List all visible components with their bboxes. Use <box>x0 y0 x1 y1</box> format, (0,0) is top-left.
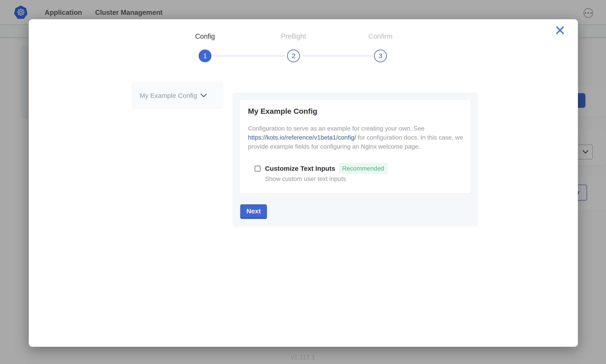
close-icon <box>556 26 564 34</box>
checkbox-label[interactable]: Customize Text Inputs <box>265 165 335 172</box>
config-wizard-modal: Config Preflight Confirm 1 2 3 My Exampl… <box>29 19 578 347</box>
customize-text-inputs-row: Customize Text Inputs Recommended <box>248 163 462 174</box>
step-label-preflight: Preflight <box>281 32 306 40</box>
step-circle-2[interactable]: 2 <box>287 50 300 62</box>
config-doc-link[interactable]: https://kots.io/reference/v1beta1/config… <box>248 134 356 141</box>
step-label-config: Config <box>195 32 215 40</box>
config-group-dropdown-label: My Example Config <box>139 92 197 99</box>
config-group-title: My Example Config <box>248 107 462 116</box>
step-circle-1[interactable]: 1 <box>199 50 211 62</box>
stepper-connector <box>302 55 373 57</box>
screen: ☸ Application Cluster Management 0 y v1.… <box>0 0 606 364</box>
config-group-description: Configuration to serve as an example for… <box>248 124 467 151</box>
config-panel: My Example Config Configuration to serve… <box>233 92 478 227</box>
next-button[interactable]: Next <box>240 204 267 219</box>
stepper-connector <box>213 55 286 57</box>
recommended-badge: Recommended <box>339 163 387 174</box>
checkbox-help-text: Show custom user text inputs <box>248 175 462 182</box>
config-group-card: My Example Config Configuration to serve… <box>239 100 471 194</box>
config-group-dropdown[interactable]: My Example Config <box>132 83 223 109</box>
chevron-down-icon <box>201 94 207 98</box>
close-button[interactable] <box>555 26 565 35</box>
step-circle-3[interactable]: 3 <box>374 50 387 62</box>
description-text: Configuration to serve as an example for… <box>248 125 425 132</box>
step-label-confirm: Confirm <box>369 32 393 40</box>
customize-text-inputs-checkbox[interactable] <box>255 166 261 172</box>
